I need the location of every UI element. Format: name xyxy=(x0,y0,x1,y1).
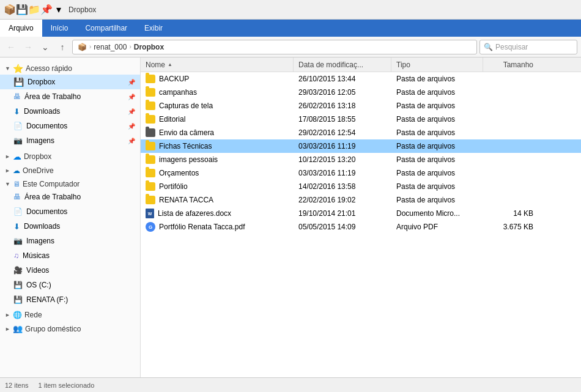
table-row[interactable]: Capturas de tela 26/02/2016 13:18 Pasta … xyxy=(141,99,581,113)
homegroup-label: Grupo doméstico xyxy=(25,325,81,333)
folder-icon xyxy=(146,102,155,110)
file-list: Nome ▲ Data de modificaç... Tipo Tamanho… xyxy=(141,57,581,377)
table-row[interactable]: imagens pessoais 10/12/2015 13:20 Pasta … xyxy=(141,153,581,166)
file-date: 19/10/2014 21:01 xyxy=(294,207,391,220)
tab-exibir[interactable]: Exibir xyxy=(136,20,171,37)
file-size: 3.675 KB xyxy=(483,220,538,234)
docx-icon: W xyxy=(146,209,154,218)
col-header-name[interactable]: Nome ▲ xyxy=(141,57,294,72)
table-row[interactable]: W Lista de afazeres.docx 19/10/2014 21:0… xyxy=(141,207,581,220)
recent-button[interactable]: ⌄ xyxy=(38,40,53,54)
sidebar-item-videos[interactable]: 🎥 Vídeos xyxy=(0,263,140,278)
ribbon: Arquivo Início Compartilhar Exibir xyxy=(0,20,581,37)
file-name: campanhas xyxy=(141,86,294,99)
col-header-size[interactable]: Tamanho xyxy=(483,57,538,72)
file-header: Nome ▲ Data de modificaç... Tipo Tamanho xyxy=(141,57,581,72)
table-row[interactable]: BACKUP 26/10/2015 13:44 Pasta de arquivo… xyxy=(141,72,581,86)
file-type: Pasta de arquivos xyxy=(391,86,483,99)
network-group-header[interactable]: ► 🌐 Rede xyxy=(0,307,140,320)
table-row[interactable]: Envio da câmera 29/02/2016 12:54 Pasta d… xyxy=(141,126,581,139)
file-name: Capturas de tela xyxy=(141,99,294,113)
file-rows-container: BACKUP 26/10/2015 13:44 Pasta de arquivo… xyxy=(141,72,581,234)
removable-icon: 💾 xyxy=(13,295,23,304)
forward-button[interactable]: → xyxy=(21,40,35,54)
file-name: Envio da câmera xyxy=(141,126,294,139)
tab-compartilhar[interactable]: Compartilhar xyxy=(76,20,136,37)
pin-icon: 📌 xyxy=(128,123,135,130)
main-layout: ▼ ⭐ Acesso rápido 💾 Dropbox 📌 🖶 Área de … xyxy=(0,57,581,377)
music-icon: ♫ xyxy=(13,251,19,260)
file-date: 05/05/2015 14:09 xyxy=(294,220,391,234)
file-size xyxy=(483,166,538,180)
sidebar-item-desktop[interactable]: 🖶 Área de Trabalho xyxy=(0,190,140,204)
file-type: Documento Micro... xyxy=(391,207,483,220)
desktop-icon: 🖶 xyxy=(13,193,21,201)
save-icon: 💾 xyxy=(17,5,27,15)
up-button[interactable]: ↑ xyxy=(55,40,70,54)
back-button[interactable]: ← xyxy=(4,40,18,54)
sidebar-item-images-quick[interactable]: 📷 Imagens 📌 xyxy=(0,133,140,148)
docs-icon: 📄 xyxy=(13,122,23,130)
sidebar-item-images[interactable]: 📷 Imagens xyxy=(0,234,140,248)
table-row[interactable]: G Portfólio Renata Tacca.pdf 05/05/2015 … xyxy=(141,220,581,234)
table-row[interactable]: Editorial 17/08/2015 18:55 Pasta de arqu… xyxy=(141,113,581,126)
quick-access-header[interactable]: ▼ ⭐ Acesso rápido xyxy=(0,60,140,75)
sidebar-item-desktop-quick[interactable]: 🖶 Área de Trabalho 📌 xyxy=(0,89,140,104)
pin-icon: 📌 xyxy=(128,94,135,100)
folder-icon xyxy=(146,169,155,177)
folder-cam-icon xyxy=(146,128,155,137)
sidebar: ▼ ⭐ Acesso rápido 💾 Dropbox 📌 🖶 Área de … xyxy=(0,57,141,377)
tab-inicio[interactable]: Início xyxy=(42,20,77,37)
table-row[interactable]: campanhas 29/03/2016 12:05 Pasta de arqu… xyxy=(141,86,581,99)
homegroup-group-header[interactable]: ► 👥 Grupo doméstico xyxy=(0,320,140,335)
sidebar-item-drive-c[interactable]: 💾 OS (C:) xyxy=(0,278,140,292)
table-row[interactable]: Orçamentos 03/03/2016 11:19 Pasta de arq… xyxy=(141,166,581,180)
file-size: 14 KB xyxy=(483,207,538,220)
file-name: RENATA TACCA xyxy=(141,193,294,207)
file-size xyxy=(483,153,538,166)
sidebar-item-downloads[interactable]: ⬇ Downloads xyxy=(0,219,140,234)
sidebar-label: Músicas xyxy=(23,251,135,260)
sidebar-item-music[interactable]: ♫ Músicas xyxy=(0,248,140,263)
col-header-type[interactable]: Tipo xyxy=(391,57,483,72)
network-icon: 🌐 xyxy=(13,311,22,319)
table-row[interactable]: Portifólio 14/02/2016 13:58 Pasta de arq… xyxy=(141,180,581,193)
onedrive-label: OneDrive xyxy=(23,166,54,175)
dropbox-group-header[interactable]: ► ☁ Dropbox xyxy=(0,148,140,163)
quick-access-icon: ⭐ xyxy=(13,64,23,73)
file-type: Pasta de arquivos xyxy=(391,99,483,113)
file-type: Pasta de arquivos xyxy=(391,139,483,153)
sidebar-label: RENATA (F:) xyxy=(26,295,135,304)
onedrive-group-header[interactable]: ► ☁ OneDrive xyxy=(0,163,140,176)
selected-info: 1 item selecionado xyxy=(39,382,95,389)
file-name: W Lista de afazeres.docx xyxy=(141,207,294,220)
table-row[interactable]: RENATA TACCA 22/02/2016 19:02 Pasta de a… xyxy=(141,193,581,207)
content-area: Nome ▲ Data de modificaç... Tipo Tamanho… xyxy=(141,57,581,377)
sidebar-item-docs-quick[interactable]: 📄 Documentos 📌 xyxy=(0,119,140,133)
file-date: 17/08/2015 18:55 xyxy=(294,113,391,126)
file-date: 29/02/2016 12:54 xyxy=(294,126,391,139)
file-name: Portifólio xyxy=(141,180,294,193)
tab-arquivo[interactable]: Arquivo xyxy=(0,20,42,37)
file-name: Orçamentos xyxy=(141,166,294,180)
sidebar-item-dropbox-quick[interactable]: 💾 Dropbox 📌 xyxy=(0,75,140,89)
file-size xyxy=(483,139,538,153)
table-row[interactable]: Fichas Técnicas 03/03/2016 11:19 Pasta d… xyxy=(141,139,581,153)
sidebar-item-downloads-quick[interactable]: ⬇ Downloads 📌 xyxy=(0,104,140,119)
col-header-date[interactable]: Data de modificaç... xyxy=(294,57,391,72)
computer-group-header[interactable]: ▼ 🖥 Este Computador xyxy=(0,176,140,190)
folder-icon xyxy=(146,88,155,97)
homegroup-icon: 👥 xyxy=(13,324,23,333)
address-path[interactable]: 📦 › renat_000 › Dropbox xyxy=(72,40,477,54)
file-date: 26/10/2015 13:44 xyxy=(294,72,391,86)
computer-icon: 🖥 xyxy=(13,180,20,188)
title-bar-icons: 📦 💾 📁 📌 ▾ xyxy=(5,5,64,15)
file-type: Pasta de arquivos xyxy=(391,193,483,207)
sidebar-label: Imagens xyxy=(26,237,135,245)
file-size xyxy=(483,113,538,126)
search-box[interactable]: 🔍 Pesquisar xyxy=(479,40,577,54)
dropbox-icon: 📦 xyxy=(5,5,15,15)
sidebar-item-drive-f[interactable]: 💾 RENATA (F:) xyxy=(0,292,140,307)
sidebar-item-docs[interactable]: 📄 Documentos xyxy=(0,204,140,219)
title-bar: 📦 💾 📁 📌 ▾ Dropbox xyxy=(0,0,581,20)
